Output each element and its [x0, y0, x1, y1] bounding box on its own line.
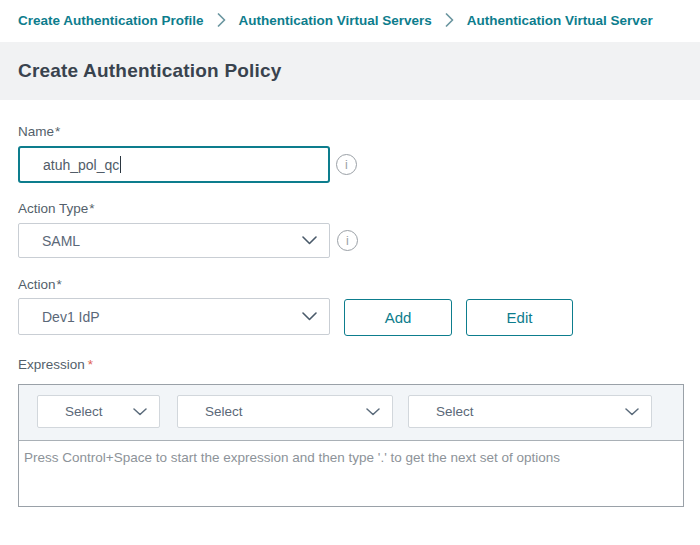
chevron-down-icon	[133, 408, 147, 416]
info-icon-glyph: i	[345, 158, 348, 172]
required-mark-red: *	[88, 357, 93, 372]
name-label: Name*	[18, 124, 60, 139]
expression-label: Expression*	[18, 357, 93, 372]
action-label: Action*	[18, 277, 62, 292]
edit-button[interactable]: Edit	[466, 299, 573, 336]
name-input-value: atuh_pol_qc	[43, 157, 119, 173]
expression-select-1-value: Select	[65, 404, 103, 419]
add-button[interactable]: Add	[344, 299, 452, 336]
action-type-label-text: Action Type	[18, 201, 88, 216]
info-icon-glyph: i	[346, 234, 349, 248]
required-mark: *	[55, 124, 60, 139]
action-type-label: Action Type*	[18, 201, 95, 216]
info-icon[interactable]: i	[336, 154, 357, 175]
info-icon[interactable]: i	[337, 230, 358, 251]
action-dropdown[interactable]: Dev1 IdP	[18, 298, 330, 335]
chevron-right-icon	[445, 13, 454, 27]
action-type-dropdown-value: SAML	[42, 233, 80, 249]
breadcrumb-item-create-authentication-profile[interactable]: Create Authentication Profile	[18, 13, 204, 28]
expression-select-2[interactable]: Select	[177, 395, 393, 428]
name-input[interactable]: atuh_pol_qc	[18, 146, 330, 183]
expression-textarea[interactable]: Press Control+Space to start the express…	[19, 441, 683, 467]
page-title: Create Authentication Policy	[18, 60, 282, 82]
chevron-down-icon	[302, 312, 317, 321]
breadcrumb: Create Authentication Profile Authentica…	[18, 10, 700, 30]
chevron-right-icon	[217, 13, 226, 27]
expression-select-3-value: Select	[436, 404, 474, 419]
expression-select-3[interactable]: Select	[408, 395, 652, 428]
required-mark: *	[57, 277, 62, 292]
chevron-down-icon	[366, 408, 380, 416]
action-dropdown-value: Dev1 IdP	[42, 309, 100, 325]
expression-select-1[interactable]: Select	[37, 395, 160, 428]
expression-label-text: Expression	[18, 357, 85, 372]
required-mark: *	[89, 201, 94, 216]
expression-select-2-value: Select	[205, 404, 243, 419]
expression-editor: Select Select Select Press Control+Space…	[18, 384, 684, 507]
expression-toolbar: Select Select Select	[19, 385, 683, 441]
page-header: Create Authentication Policy	[0, 42, 700, 100]
chevron-down-icon	[625, 408, 639, 416]
breadcrumb-item-authentication-virtual-server[interactable]: Authentication Virtual Server	[467, 13, 653, 28]
breadcrumb-item-authentication-virtual-servers[interactable]: Authentication Virtual Servers	[239, 13, 432, 28]
action-type-dropdown[interactable]: SAML	[18, 223, 330, 258]
action-label-text: Action	[18, 277, 56, 292]
chevron-down-icon	[302, 236, 317, 245]
text-caret	[120, 156, 121, 173]
name-label-text: Name	[18, 124, 54, 139]
